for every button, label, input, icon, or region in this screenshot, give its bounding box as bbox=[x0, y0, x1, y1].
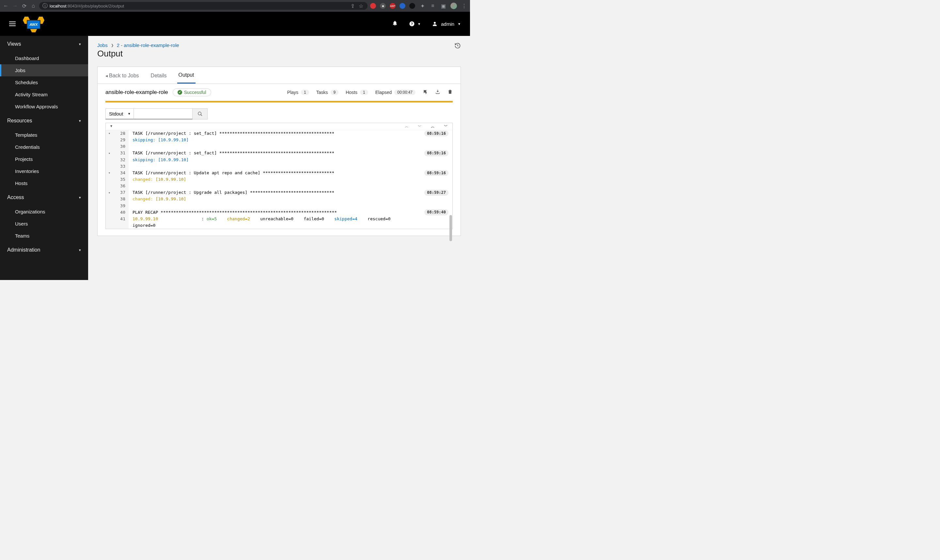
log-row: ignored=0 bbox=[106, 222, 452, 229]
check-icon: ✔ bbox=[178, 90, 182, 95]
share-icon[interactable]: ⇪ bbox=[349, 3, 356, 9]
sidebar-item-users[interactable]: Users bbox=[0, 218, 88, 230]
star-icon[interactable]: ☆ bbox=[358, 3, 364, 9]
output-panel: Back to Jobs Details Output ansible-role… bbox=[97, 66, 461, 236]
scroll-bottom-icon[interactable]: ︾ bbox=[444, 124, 448, 129]
url-path: /#/jobs/playbook/2/output bbox=[77, 4, 125, 8]
sidebar-item-activity-stream[interactable]: Activity Stream bbox=[0, 88, 88, 100]
stat-elapsed: Elapsed00:00:47 bbox=[375, 90, 415, 95]
sidebar-item-dashboard[interactable]: Dashboard bbox=[0, 52, 88, 64]
ext-icon-2[interactable]: ◉ bbox=[380, 3, 386, 9]
collapse-all-icon[interactable]: ▾ bbox=[110, 124, 112, 129]
main-content: Jobs ❯ 2 - ansible-role-example-role Out… bbox=[88, 36, 470, 280]
log-row: 32skipping: [10.9.99.10] bbox=[106, 157, 452, 163]
extensions-icon[interactable]: ✦ bbox=[419, 3, 426, 9]
svg-point-2 bbox=[434, 22, 436, 24]
browser-toolbar: ← → ⟳ ⌂ ⓘ localhost:8043/#/jobs/playbook… bbox=[0, 0, 470, 12]
log-row: 33 bbox=[106, 163, 452, 170]
sidebar-item-organizations[interactable]: Organizations bbox=[0, 206, 88, 218]
home-icon[interactable]: ⌂ bbox=[30, 3, 37, 9]
log-row: ▾31TASK [/runner/project : set_fact] ***… bbox=[106, 150, 452, 156]
sidebar-item-workflow-approvals[interactable]: Workflow Approvals bbox=[0, 100, 88, 112]
delete-icon[interactable] bbox=[448, 89, 453, 95]
url-host: localhost bbox=[49, 4, 66, 8]
search-button[interactable] bbox=[192, 108, 208, 120]
log-row: ▾37TASK [/runner/project : Upgrade all p… bbox=[106, 189, 452, 196]
search-input[interactable] bbox=[134, 108, 192, 120]
stat-plays: Plays1 bbox=[287, 90, 309, 95]
scroll-next-icon[interactable]: ﹀ bbox=[418, 124, 422, 129]
output-controls: ▾ ︿ ﹀ ︽ ︾ bbox=[106, 123, 452, 130]
menu-icon[interactable]: ⋮ bbox=[461, 3, 468, 9]
app-header: AWX ? ▼ admin ▼ bbox=[0, 12, 470, 36]
ext-abp-icon[interactable]: ABP bbox=[390, 3, 395, 9]
sidebar-section-access[interactable]: Access▾ bbox=[0, 189, 88, 206]
info-icon: ⓘ bbox=[42, 3, 48, 9]
sidebar-item-credentials[interactable]: Credentials bbox=[0, 141, 88, 153]
log-row: 30 bbox=[106, 143, 452, 150]
log-row: 39 bbox=[106, 203, 452, 209]
filter-mode-select[interactable]: Stdout bbox=[105, 108, 134, 120]
log-row: 35changed: [10.9.99.10] bbox=[106, 176, 452, 183]
page-title: Output bbox=[97, 49, 179, 59]
url-port: :8043 bbox=[66, 4, 77, 8]
sidebar-section-administration[interactable]: Administration▾ bbox=[0, 242, 88, 258]
breadcrumb: Jobs ❯ 2 - ansible-role-example-role bbox=[97, 42, 179, 48]
search-row: Stdout bbox=[105, 108, 453, 120]
progress-bar bbox=[105, 101, 453, 103]
output-box: ▾ ︿ ﹀ ︽ ︾ ▾28TASK [/runner/project : set… bbox=[105, 123, 453, 229]
relaunch-icon[interactable] bbox=[423, 89, 428, 95]
job-info-bar: ansible-role-example-role ✔ Successful P… bbox=[98, 84, 460, 101]
svg-point-3 bbox=[198, 112, 201, 115]
ext-icon-4[interactable] bbox=[400, 3, 405, 9]
job-name: ansible-role-example-role bbox=[105, 89, 168, 95]
download-icon[interactable] bbox=[435, 89, 440, 95]
reload-icon[interactable]: ⟳ bbox=[21, 3, 28, 9]
scrollbar-thumb[interactable] bbox=[449, 215, 452, 241]
stat-hosts: Hosts1 bbox=[346, 90, 368, 95]
history-icon[interactable] bbox=[454, 42, 461, 50]
logo[interactable]: AWX bbox=[22, 16, 45, 32]
nav-toggle-button[interactable] bbox=[9, 22, 16, 26]
ext-icon-5[interactable] bbox=[409, 3, 415, 9]
sidebar-item-templates[interactable]: Templates bbox=[0, 129, 88, 141]
scroll-top-icon[interactable]: ︽ bbox=[431, 124, 435, 129]
sidebar-item-hosts[interactable]: Hosts bbox=[0, 177, 88, 189]
status-badge: ✔ Successful bbox=[173, 88, 211, 96]
sidebar-section-resources[interactable]: Resources▾ bbox=[0, 112, 88, 129]
stat-tasks: Tasks9 bbox=[316, 90, 338, 95]
sidebar: Views▾DashboardJobsSchedulesActivity Str… bbox=[0, 36, 88, 280]
sidebar-item-inventories[interactable]: Inventories bbox=[0, 165, 88, 177]
tab-details[interactable]: Details bbox=[149, 71, 168, 83]
sidebar-item-teams[interactable]: Teams bbox=[0, 230, 88, 242]
scroll-prev-icon[interactable]: ︿ bbox=[405, 124, 409, 129]
user-menu[interactable]: admin ▼ bbox=[432, 21, 461, 27]
panel-icon[interactable]: ▣ bbox=[440, 3, 446, 9]
address-bar[interactable]: ⓘ localhost:8043/#/jobs/playbook/2/outpu… bbox=[39, 2, 368, 10]
help-menu[interactable]: ? ▼ bbox=[409, 21, 421, 27]
svg-text:?: ? bbox=[411, 22, 413, 26]
log-row: 4110.9.99.10 : ok=5 changed=2 unreachabl… bbox=[106, 216, 452, 222]
back-icon[interactable]: ← bbox=[3, 3, 9, 9]
sidebar-item-schedules[interactable]: Schedules bbox=[0, 76, 88, 88]
sidebar-item-jobs[interactable]: Jobs bbox=[0, 64, 88, 76]
ext-icon-1[interactable] bbox=[370, 3, 376, 9]
svg-line-4 bbox=[201, 115, 202, 116]
notifications-icon[interactable] bbox=[392, 20, 398, 28]
back-to-jobs-button[interactable]: Back to Jobs bbox=[104, 71, 140, 83]
breadcrumb-jobs[interactable]: Jobs bbox=[97, 42, 108, 48]
tabs: Back to Jobs Details Output bbox=[98, 67, 460, 84]
log-row: ▾34TASK [/runner/project : Update apt re… bbox=[106, 170, 452, 176]
user-name: admin bbox=[441, 21, 454, 27]
chevron-right-icon: ❯ bbox=[111, 43, 114, 47]
breadcrumb-current[interactable]: 2 - ansible-role-example-role bbox=[117, 42, 179, 48]
tab-output[interactable]: Output bbox=[177, 71, 195, 83]
log-row: ▾28TASK [/runner/project : set_fact] ***… bbox=[106, 130, 452, 137]
profile-avatar[interactable] bbox=[451, 3, 457, 9]
sidebar-section-views[interactable]: Views▾ bbox=[0, 36, 88, 52]
playlist-icon[interactable]: ≡ bbox=[429, 3, 436, 9]
forward-icon[interactable]: → bbox=[12, 3, 18, 9]
sidebar-item-projects[interactable]: Projects bbox=[0, 153, 88, 165]
log-row: 40PLAY RECAP ***************************… bbox=[106, 209, 452, 216]
log-row: 38changed: [10.9.99.10] bbox=[106, 196, 452, 202]
